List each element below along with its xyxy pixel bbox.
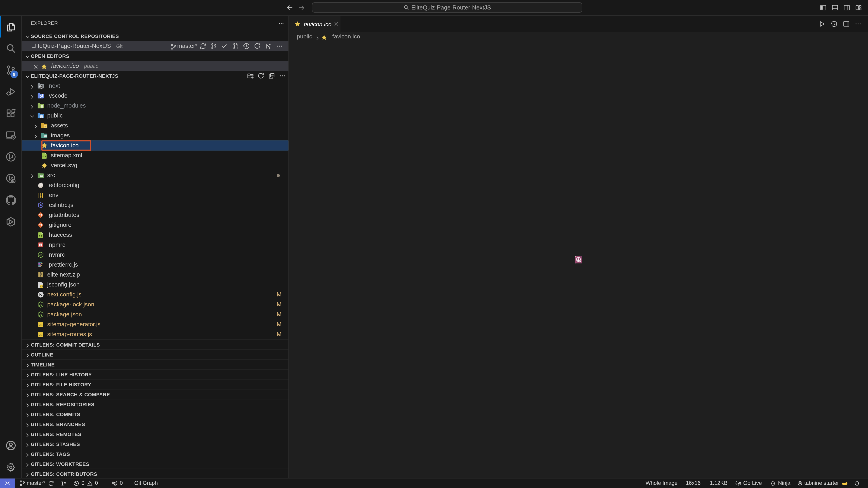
svg-text:JS: JS: [39, 254, 42, 256]
svg-text:JS: JS: [39, 303, 42, 306]
svg-text:JS: JS: [40, 285, 43, 287]
svg-text:JS: JS: [39, 324, 42, 327]
svg-text:JS: JS: [39, 313, 42, 316]
svg-text:JS: JS: [39, 333, 42, 337]
